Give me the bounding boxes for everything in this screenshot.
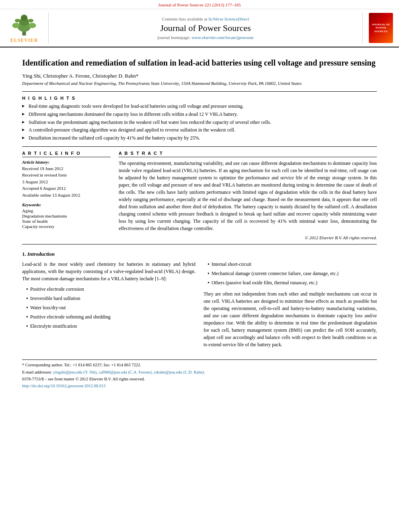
article-history-label: Article history:	[22, 160, 111, 164]
highlight-item-5: Desulfation increased the sulfated cell …	[22, 135, 377, 142]
bullet-dot-icon: •	[208, 260, 210, 269]
journal-logo-right: JOURNAL OF POWER SOURCES	[367, 12, 395, 43]
intro-left-col: Lead-acid is the most widely used chemis…	[22, 261, 195, 351]
sciverse-link[interactable]: SciVerse ScienceDirect	[208, 16, 249, 21]
email-addresses: E-mail addresses: yingshi@psu.edu (Y. Sh…	[22, 370, 377, 376]
intro-section: 1. Introduction Lead-acid is the most wi…	[22, 251, 377, 351]
keyword-2: Degradation mechanisms	[22, 214, 111, 218]
revised-date: 3 August 2012	[22, 179, 111, 185]
svg-point-5	[29, 23, 36, 28]
bullet-dot-icon: •	[208, 269, 210, 278]
article-abstract-section: A R T I C L E I N F O Article history: R…	[22, 151, 377, 240]
intro-right-col: • Internal short-circuit • Mechanical da…	[204, 261, 377, 351]
bullet-left-5: • Electrolyte stratification	[26, 322, 195, 331]
section-number: 1.	[22, 251, 26, 257]
bullet-right-3: • Others (passive lead oxide film, therm…	[208, 279, 377, 287]
intro-bullet-list-left: • Positive electrode corrosion • Irrever…	[26, 286, 195, 331]
keyword-4: Capacity recovery	[22, 224, 111, 229]
intro-paragraph-1: Lead-acid is the most widely used chemis…	[22, 261, 195, 282]
affiliation: Department of Mechanical and Nuclear Eng…	[22, 81, 377, 86]
keyword-1: Aging	[22, 208, 111, 213]
article-info-col: A R T I C L E I N F O Article history: R…	[22, 151, 111, 240]
journal-logo-box: JOURNAL OF POWER SOURCES	[369, 13, 393, 43]
bullet-left-2: • Irreversible hard sulfation	[26, 295, 195, 303]
journal-center-header: Contents lists available at SciVerse Sci…	[48, 12, 363, 43]
bullet-dot-icon: •	[26, 294, 28, 303]
bullet-dot-icon: •	[26, 322, 28, 331]
sciverse-line: Contents lists available at SciVerse Sci…	[162, 16, 249, 21]
journal-logo-box-text: JOURNAL OF POWER SOURCES	[369, 23, 393, 33]
section-title-text: Introduction	[27, 251, 55, 257]
email-links[interactable]: yingshi@psu.edu (Y. Shi), caf960@psu.edu…	[53, 370, 205, 374]
doi-line[interactable]: http://dx.doi.org/10.1016/j.jpowsour.201…	[22, 384, 377, 388]
highlights-title: H I G H L I G H T S	[22, 96, 377, 101]
bullet-dot-icon: •	[26, 313, 28, 321]
highlight-item-3: Sulfation was the predominant aging mech…	[22, 119, 377, 126]
paper-title: Identification and remediation of sulfat…	[22, 58, 377, 68]
keywords-label: Keywords:	[22, 202, 111, 207]
svg-point-4	[12, 23, 19, 28]
svg-point-6	[15, 19, 20, 23]
accepted-date: Accepted 6 August 2012	[22, 185, 111, 191]
main-content: Identification and remediation of sulfat…	[0, 47, 399, 394]
abstract-text: The operating environment, manufacturing…	[119, 160, 377, 232]
abstract-title: A B S T R A C T	[119, 151, 377, 157]
svg-point-3	[21, 15, 28, 21]
intro-section-title: 1. Introduction	[22, 251, 377, 257]
corresponding-author: * Corresponding author. Tel.: +1 814 865…	[22, 362, 377, 368]
highlight-item-2: Different aging mechanisms dominated the…	[22, 111, 377, 118]
bullet-right-2: • Mechanical damage (current connector f…	[208, 270, 377, 278]
elsevier-brand-text: ELSEVIER	[10, 37, 38, 43]
bullet-left-3: • Water loss/dry-out	[26, 304, 195, 312]
keyword-3: State of health	[22, 219, 111, 224]
bullet-dot-icon: •	[208, 279, 210, 287]
intro-bullet-list-right: • Internal short-circuit • Mechanical da…	[208, 261, 377, 287]
footnote-section: * Corresponding author. Tel.: +1 814 865…	[22, 359, 377, 388]
available-date: Available online 13 August 2012	[22, 192, 111, 198]
journal-title-header: Journal of Power Sources	[160, 23, 251, 33]
issn-line: 0378-7753/$ – see front matter © 2012 El…	[22, 376, 377, 382]
highlight-item-1: Real-time aging diagnostic tools were de…	[22, 103, 377, 110]
divider-2	[22, 146, 377, 147]
bullet-dot-icon: •	[26, 285, 28, 294]
elsevier-logo-section: ELSEVIER	[4, 12, 44, 43]
divider-1	[22, 91, 377, 92]
bullet-right-1: • Internal short-circuit	[208, 261, 377, 269]
received-date: Received 19 June 2012	[22, 166, 111, 172]
authors: Ying Shi, Christopher A. Ferone, Christo…	[22, 73, 377, 79]
copyright-line: © 2012 Elsevier B.V. All rights reserved…	[119, 235, 377, 240]
bullet-dot-icon: •	[26, 304, 28, 312]
journal-homepage-link[interactable]: www.elsevier.com/locate/jpowsour	[191, 35, 253, 40]
bullet-left-4: • Positive electrode softening and shedd…	[26, 313, 195, 321]
bullet-left-1: • Positive electrode corrosion	[26, 286, 195, 294]
journal-reference: Journal of Power Sources 221 (2013) 177–…	[0, 0, 399, 9]
abstract-col: A B S T R A C T The operating environmen…	[119, 151, 377, 240]
svg-point-7	[28, 19, 33, 23]
highlights-section: H I G H L I G H T S Real-time aging diag…	[22, 96, 377, 142]
divider-3	[22, 244, 377, 244]
intro-paragraph-2: They are often not independent from each…	[204, 290, 377, 348]
elsevier-tree-icon	[8, 12, 40, 37]
received-revised-label: Received in revised form	[22, 172, 111, 178]
journal-header: ELSEVIER Contents lists available at Sci…	[0, 9, 399, 47]
journal-homepage: journal homepage: www.elsevier.com/locat…	[157, 35, 253, 40]
highlight-item-4: A controlled-pressure charging algorithm…	[22, 127, 377, 134]
article-info-title: A R T I C L E I N F O	[22, 151, 111, 157]
intro-two-col: Lead-acid is the most widely used chemis…	[22, 261, 377, 351]
